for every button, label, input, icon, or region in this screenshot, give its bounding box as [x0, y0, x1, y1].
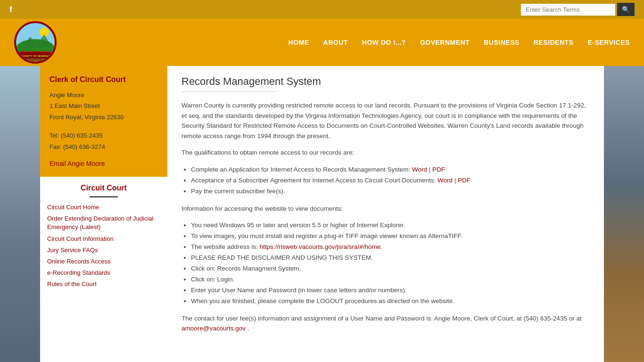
- list-item: PLEASE READ THE DISCLAIMER AND USING THI…: [191, 253, 590, 263]
- qual-item-2-word[interactable]: Word: [438, 177, 453, 184]
- search-button[interactable]: 🔍: [617, 3, 635, 16]
- list-item: Online Records Access: [47, 257, 160, 266]
- nav-about[interactable]: ABOUT: [323, 39, 348, 46]
- sidebar-item-erecording[interactable]: e-Recording Standards: [47, 269, 160, 277]
- sidebar-item-order-extending[interactable]: Order Extending Declaration of Judicial …: [47, 214, 160, 231]
- sidebar-item-online-records[interactable]: Online Records Access: [47, 257, 160, 266]
- header: COUNTY OF WARREN HOME ABOUT HOW DO I...?…: [0, 19, 644, 66]
- contact-footer-text: The contact for user fee(s) information …: [182, 315, 582, 322]
- access-item-8: When you are finished, please complete t…: [191, 297, 454, 304]
- qual-item-1-text: Complete an Application for Internet Acc…: [191, 166, 412, 173]
- logo-circle: COUNTY OF WARREN: [14, 21, 57, 64]
- access-item-3-prefix: The website address is:: [191, 243, 260, 250]
- main-nav: HOME ABOUT HOW DO I...? GOVERNMENT BUSIN…: [289, 39, 630, 46]
- list-item: Complete an Application for Internet Acc…: [191, 165, 590, 175]
- list-item: Pay the current subscriber fee(s).: [191, 186, 590, 197]
- nav-home[interactable]: HOME: [289, 39, 309, 46]
- sidebar: Clerk of Circuit Court Angie Moore 1 Eas…: [40, 66, 167, 362]
- title-divider: [182, 91, 276, 92]
- qual-item-2-sep: |: [454, 177, 458, 184]
- contact-footer-period: .: [248, 325, 249, 332]
- contact-name: Angie Moore: [50, 91, 84, 99]
- list-item: The website address is: https://risweb.v…: [191, 242, 590, 253]
- list-item: Circuit Court Home: [47, 203, 160, 212]
- access-item-2: To view images, you must install and reg…: [191, 232, 462, 239]
- list-item: Acceptance of a Subscriber Agreement for…: [191, 175, 590, 186]
- facebook-icon[interactable]: f: [9, 5, 12, 15]
- qualifications-list: Complete an Application for Internet Acc…: [191, 165, 590, 197]
- nav-how-do-i[interactable]: HOW DO I...?: [362, 39, 406, 46]
- intro-paragraph: Warren County is currently providing res…: [182, 100, 590, 141]
- contact-tel: Tel: (540) 635-2435: [50, 132, 103, 139]
- list-item: You need Windows 95 or later and version…: [191, 220, 590, 231]
- right-bg-decoration: [604, 66, 644, 362]
- sidebar-item-jury-service[interactable]: Jury Service FAQs: [47, 246, 160, 255]
- list-item: Click on: Records Managment System.: [191, 263, 590, 274]
- top-bar: f 🔍: [0, 0, 644, 19]
- access-item-4: PLEASE READ THE DISCLAIMER AND USING THI…: [191, 254, 373, 261]
- qual-item-2-text: Acceptance of a Subscriber Agreement for…: [191, 177, 438, 184]
- qual-item-1-pdf[interactable]: PDF: [432, 166, 445, 173]
- access-intro: Information for accessing the website to…: [182, 204, 590, 214]
- access-item-7: Enter your User Name and Password (in lo…: [191, 287, 407, 294]
- access-item-6: Click on: Login.: [191, 276, 234, 283]
- main-content: Records Management System Warren County …: [167, 66, 604, 362]
- contact-email-footer-link[interactable]: amoore@vacourts.gov: [182, 325, 246, 332]
- svg-text:COUNTY OF WARREN: COUNTY OF WARREN: [20, 55, 50, 58]
- contact-email-link[interactable]: Email Angie Moore: [50, 160, 105, 167]
- logo-area: COUNTY OF WARREN: [14, 21, 57, 64]
- sidebar-item-rules[interactable]: Rules of the Court: [47, 280, 160, 288]
- main-wrapper: Clerk of Circuit Court Angie Moore 1 Eas…: [0, 66, 644, 362]
- logo-text: COUNTY OF WARREN: [16, 23, 55, 63]
- list-item: Order Extending Declaration of Judicial …: [47, 214, 160, 231]
- sidebar-item-circuit-court-home[interactable]: Circuit Court Home: [47, 203, 160, 212]
- website-url-link[interactable]: https://risweb.vacourts.gov/jsra/sra/#/h…: [260, 243, 382, 250]
- page-title: Records Management System: [182, 75, 590, 88]
- left-bg-decoration: [0, 66, 40, 362]
- nav-underline-decoration: [90, 196, 118, 197]
- nav-eservices[interactable]: E-SERVICES: [587, 39, 630, 46]
- search-area: 🔍: [521, 3, 635, 16]
- contact-footer: The contact for user fee(s) information …: [182, 313, 590, 334]
- contact-address1: 1 East Main Street: [50, 102, 100, 109]
- qual-item-3-text: Pay the current subscriber fee(s).: [191, 188, 285, 195]
- access-item-5: Click on: Records Managment System.: [191, 265, 301, 272]
- list-item: Enter your User Name and Password (in lo…: [191, 285, 590, 296]
- list-item: Click on: Login.: [191, 274, 590, 285]
- sidebar-item-circuit-court-info[interactable]: Circuit Court Information: [47, 235, 160, 243]
- qualifications-intro: The qualifications to obtain remote acce…: [182, 148, 590, 158]
- contact-fax: Fax: (540) 636-3274: [50, 143, 105, 150]
- list-item: When you are finished, please complete t…: [191, 296, 590, 307]
- list-item: e-Recording Standards: [47, 269, 160, 277]
- sidebar-nav: Circuit Court Circuit Court Home Order E…: [40, 184, 167, 289]
- access-item-1: You need Windows 95 or later and version…: [191, 222, 405, 229]
- nav-business[interactable]: BUSINESS: [484, 39, 520, 46]
- nav-residents[interactable]: RESIDENTS: [534, 39, 574, 46]
- qual-item-1-word[interactable]: Word: [412, 166, 427, 173]
- list-item: To view images, you must install and reg…: [191, 231, 590, 242]
- list-item: Circuit Court Information: [47, 235, 160, 243]
- qual-item-2-pdf[interactable]: PDF: [458, 177, 471, 184]
- qual-item-1-sep: |: [429, 166, 432, 173]
- sidebar-contact-title: Clerk of Circuit Court: [50, 75, 158, 84]
- list-item: Jury Service FAQs: [47, 246, 160, 255]
- sidebar-nav-title: Circuit Court: [47, 184, 160, 192]
- list-item: Rules of the Court: [47, 280, 160, 288]
- sidebar-nav-list: Circuit Court Home Order Extending Decla…: [47, 203, 160, 289]
- access-list: You need Windows 95 or later and version…: [191, 220, 590, 307]
- search-input[interactable]: [521, 4, 615, 16]
- nav-government[interactable]: GOVERNMENT: [420, 39, 470, 46]
- sidebar-contact-card: Clerk of Circuit Court Angie Moore 1 Eas…: [40, 66, 167, 177]
- contact-address2: Front Royal, Virginia 22630: [50, 114, 124, 121]
